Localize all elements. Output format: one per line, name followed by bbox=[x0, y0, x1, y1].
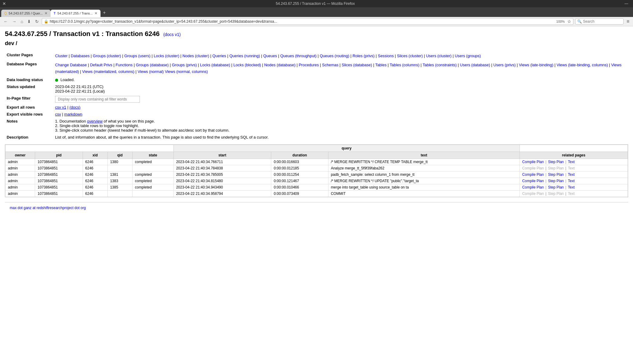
link-views-normal-columns[interactable]: Views (normal, columns) bbox=[165, 69, 208, 74]
col-state[interactable]: state bbox=[132, 152, 173, 159]
tab-query[interactable]: Q 54.243.67.255 / Quer... ✕ bbox=[1, 10, 51, 17]
link-queues-routing[interactable]: Queues (routing) bbox=[320, 54, 349, 58]
table-row[interactable]: admin107386485162461381completed2023-04-… bbox=[5, 172, 628, 178]
new-tab-button[interactable]: + bbox=[101, 8, 108, 17]
step-plan-link[interactable]: Step Plan bbox=[548, 185, 564, 189]
link-roles-privs[interactable]: Roles (privs) bbox=[352, 54, 374, 58]
address-bar[interactable]: 🔒 https://127.0.0.1/mgrc.py?page=cluster… bbox=[42, 18, 573, 25]
export-all-docs-link[interactable]: (docs) bbox=[69, 105, 80, 110]
text-link[interactable]: Text bbox=[568, 179, 575, 183]
tab-close-1[interactable]: ✕ bbox=[45, 11, 48, 15]
export-all-csv-link[interactable]: csv v1 bbox=[55, 105, 66, 110]
link-users-groups[interactable]: Users (groups) bbox=[455, 54, 481, 58]
search-input[interactable] bbox=[583, 19, 621, 24]
window-minimize-icon[interactable]: — bbox=[625, 2, 628, 6]
compile-plan-link[interactable]: Compile Plan bbox=[522, 172, 544, 177]
docs-link[interactable]: (docs v1) bbox=[163, 32, 181, 37]
text-link[interactable]: Text bbox=[568, 185, 575, 189]
link-groups-cluster[interactable]: Groups (cluster) bbox=[93, 54, 121, 58]
link-users-privs[interactable]: Users (privs) bbox=[493, 63, 516, 67]
link-nodes-cluster[interactable]: Nodes (cluster) bbox=[183, 54, 209, 58]
text-link[interactable]: Text bbox=[568, 192, 575, 196]
footer-email-link[interactable]: max dot ganz at redshiftresearchproject … bbox=[10, 206, 86, 210]
forward-button[interactable]: → bbox=[11, 18, 18, 25]
link-tables-constraints[interactable]: Tables (constraints) bbox=[423, 63, 457, 67]
link-groups-privs[interactable]: Groups (privs) bbox=[172, 63, 197, 67]
col-xid[interactable]: xid bbox=[83, 152, 107, 159]
step-plan-link[interactable]: Step Plan bbox=[548, 179, 564, 183]
link-views-normal[interactable]: Views (normal) bbox=[137, 69, 163, 74]
link-users-database[interactable]: Users (database) bbox=[460, 63, 490, 67]
col-start[interactable]: start bbox=[173, 152, 271, 159]
cell-state bbox=[132, 165, 173, 172]
link-locks-cluster[interactable]: Locks (cluster) bbox=[154, 54, 180, 58]
link-queries-running[interactable]: Queries (running) bbox=[229, 54, 260, 58]
link-default-privs[interactable]: Default Privs bbox=[90, 63, 112, 67]
cell-related-pages: Compile Plan | Step Plan | Text bbox=[520, 191, 628, 197]
bookmark-button[interactable]: ☆ bbox=[567, 19, 571, 24]
window-close-icon[interactable]: ✕ bbox=[2, 1, 6, 6]
browser-menu-button[interactable]: ≡ bbox=[625, 18, 631, 25]
compile-plan-link[interactable]: Compile Plan bbox=[522, 192, 544, 196]
tab-transaction[interactable]: T 54.243.67.255 / Trans... ✕ bbox=[51, 10, 101, 17]
table-row[interactable]: admin107386485162462023-04-22 21:40:34.9… bbox=[5, 191, 628, 197]
compile-plan-link[interactable]: Compile Plan bbox=[522, 166, 544, 170]
text-link[interactable]: Text bbox=[568, 172, 575, 177]
table-row[interactable]: admin107386485162461380completed2023-04-… bbox=[5, 159, 628, 165]
col-related-pages[interactable]: related pages bbox=[520, 152, 628, 159]
link-views-late-binding-columns[interactable]: Views (late-binding, columns) bbox=[556, 63, 608, 67]
link-nodes-database[interactable]: Nodes (database) bbox=[264, 63, 295, 67]
step-plan-link[interactable]: Step Plan bbox=[548, 166, 564, 170]
link-users-cluster[interactable]: Users (cluster) bbox=[426, 54, 452, 58]
step-plan-link[interactable]: Step Plan bbox=[548, 192, 564, 196]
link-change-database[interactable]: Change Database bbox=[55, 63, 87, 67]
col-owner[interactable]: owner bbox=[5, 152, 35, 159]
link-functions[interactable]: Functions bbox=[116, 63, 133, 67]
cell-pid: 1073864851 bbox=[35, 191, 83, 197]
col-pid[interactable]: pid bbox=[35, 152, 83, 159]
link-procedures[interactable]: Procedures bbox=[299, 63, 319, 67]
export-visible-links: csv | markdown bbox=[53, 111, 628, 118]
link-slices-cluster[interactable]: Slices (cluster) bbox=[397, 54, 423, 58]
link-databases[interactable]: Databases bbox=[71, 54, 90, 58]
col-text[interactable]: text bbox=[328, 152, 519, 159]
tab-close-2[interactable]: ✕ bbox=[94, 11, 97, 15]
link-views-materialized-columns[interactable]: Views (materialized, columns) bbox=[82, 69, 134, 74]
link-cluster[interactable]: Cluster bbox=[55, 54, 68, 58]
link-groups-database[interactable]: Groups (database) bbox=[136, 63, 169, 67]
link-queues[interactable]: Queues bbox=[263, 54, 277, 58]
reload-button[interactable]: ↻ bbox=[34, 18, 40, 25]
link-slices-database[interactable]: Slices (database) bbox=[342, 63, 372, 67]
text-link[interactable]: Text bbox=[568, 166, 575, 170]
step-plan-link[interactable]: Step Plan bbox=[548, 160, 564, 164]
filter-input[interactable] bbox=[55, 96, 140, 103]
text-link[interactable]: Text bbox=[568, 160, 575, 164]
back-button[interactable]: ← bbox=[2, 18, 9, 25]
link-queries[interactable]: Queries bbox=[213, 54, 226, 58]
overview-link[interactable]: overview bbox=[87, 119, 103, 123]
compile-plan-link[interactable]: Compile Plan bbox=[522, 160, 544, 164]
export-visible-markdown-link[interactable]: markdown bbox=[64, 112, 82, 116]
search-bar[interactable]: 🔍 bbox=[575, 18, 624, 25]
table-row[interactable]: admin107386485162461383completed2023-04-… bbox=[5, 178, 628, 184]
table-row[interactable]: admin107386485162462023-04-22 21:40:34.7… bbox=[5, 165, 628, 172]
col-duration[interactable]: duration bbox=[271, 152, 328, 159]
home-button[interactable]: ⌂ bbox=[19, 18, 24, 25]
download-button[interactable]: ⬇ bbox=[26, 18, 32, 25]
link-sessions[interactable]: Sessions bbox=[378, 54, 394, 58]
link-views-late-binding[interactable]: Views (late-binding) bbox=[519, 63, 553, 67]
link-schemas[interactable]: Schemas bbox=[322, 63, 338, 67]
link-locks-database[interactable]: Locks (database) bbox=[200, 63, 230, 67]
step-plan-link[interactable]: Step Plan bbox=[548, 172, 564, 177]
link-locks-blocked[interactable]: Locks (blocked) bbox=[233, 63, 261, 67]
compile-plan-link[interactable]: Compile Plan bbox=[522, 179, 544, 183]
col-qid[interactable]: qid bbox=[107, 152, 132, 159]
compile-plan-link[interactable]: Compile Plan bbox=[522, 185, 544, 189]
notes-label: Notes bbox=[5, 118, 53, 134]
link-groups-users[interactable]: Groups (users) bbox=[124, 54, 150, 58]
table-row[interactable]: admin107386485162461385completed2023-04-… bbox=[5, 184, 628, 191]
link-tables-columns[interactable]: Tables (columns) bbox=[390, 63, 419, 67]
link-tables[interactable]: Tables bbox=[375, 63, 387, 67]
link-queues-throughput[interactable]: Queues (throughput) bbox=[280, 54, 317, 58]
export-visible-csv-link[interactable]: csv bbox=[55, 112, 61, 116]
